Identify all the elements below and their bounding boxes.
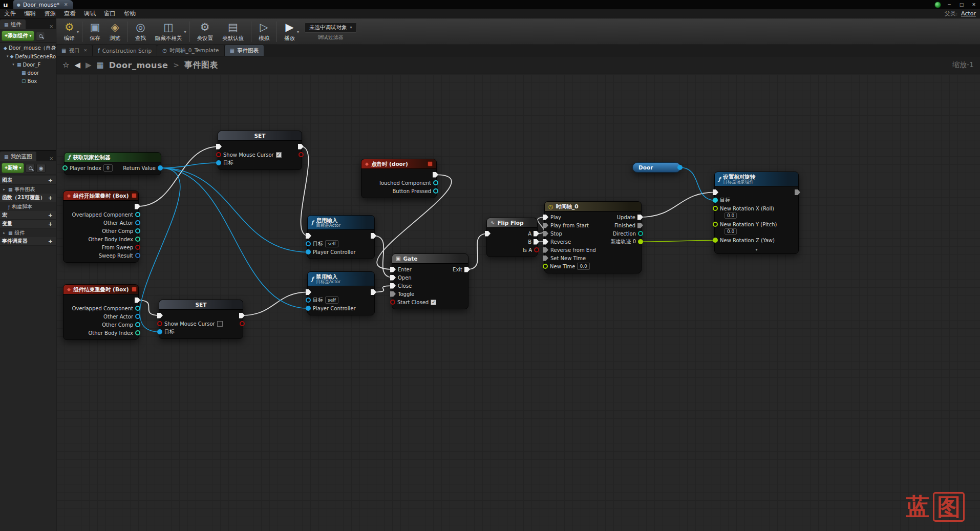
save-button[interactable]: ▣保存 xyxy=(85,19,105,44)
obj-pin[interactable] xyxy=(677,165,683,170)
tree-item-door-f[interactable]: ▾▦Door_F xyxy=(0,60,56,69)
node-end_overlap[interactable]: ◆组件结束重叠时 (Box)Overlapped ComponentOther … xyxy=(63,284,139,340)
components-panel-close-icon[interactable]: ✕ xyxy=(47,24,56,29)
int-pin[interactable] xyxy=(62,165,68,171)
obj-pin[interactable] xyxy=(306,241,311,246)
menu-window[interactable]: 窗口 xyxy=(100,10,120,17)
add-icon[interactable]: + xyxy=(48,238,54,245)
comp-pin[interactable] xyxy=(433,188,438,194)
favorite-star-icon[interactable]: ☆ xyxy=(62,60,69,70)
obj-pin[interactable] xyxy=(135,220,140,225)
hide-unrelated-button[interactable]: ◫隐藏不相关▾ xyxy=(151,19,187,44)
node-onclick[interactable]: ◆点击时 (door)Touched ComponentButton Press… xyxy=(361,159,437,198)
tree-item-box[interactable]: ▢Box xyxy=(0,77,56,85)
browse-button[interactable]: ◈浏览 xyxy=(105,19,125,44)
exec-pin[interactable] xyxy=(485,231,491,237)
obj-pin[interactable] xyxy=(158,165,163,171)
exec-pin[interactable] xyxy=(390,291,396,297)
float-pin[interactable] xyxy=(713,206,718,211)
my-blueprint-tab[interactable]: ▦ 我的蓝图 xyxy=(0,152,36,161)
pin-value-field[interactable]: 0 xyxy=(103,164,113,172)
tab-viewport[interactable]: ▦视口✕ xyxy=(56,45,93,56)
bool-pin[interactable] xyxy=(216,152,221,157)
status-icon[interactable] xyxy=(934,2,941,8)
my-blueprint-close-icon[interactable]: ✕ xyxy=(47,156,56,161)
breadcrumb-root[interactable]: Door_mouse xyxy=(109,60,168,70)
checkbox[interactable]: ✓ xyxy=(431,300,436,305)
menu-help[interactable]: 帮助 xyxy=(120,10,140,17)
node-set_rel_rot[interactable]: ƒ设置相对旋转目标是场景组件目标New Rotation X (Roll)0.0… xyxy=(714,172,799,254)
tree-item-door[interactable]: ▦door xyxy=(0,69,56,77)
my-blueprint-search-button[interactable] xyxy=(26,164,35,173)
parent-class-value[interactable]: Actor xyxy=(961,10,976,17)
add-icon[interactable]: + xyxy=(48,177,54,184)
caret-down-icon[interactable]: ▾ xyxy=(297,30,299,34)
exec-pin[interactable] xyxy=(157,313,163,318)
node-disable_input[interactable]: ƒ禁用输入目标是Actor目标selfPlayer Controller xyxy=(307,271,375,315)
node-set2[interactable]: SETShow Mouse Cursor目标 xyxy=(159,300,243,339)
exec-pin[interactable] xyxy=(216,144,222,150)
exec-pin[interactable] xyxy=(390,275,396,281)
pin-value-field[interactable]: 0.0 xyxy=(577,263,589,270)
obj-pin[interactable] xyxy=(306,249,311,254)
debug-object-dropdown[interactable]: 未选中调试对象 ▾ xyxy=(305,23,357,33)
menu-asset[interactable]: 资源 xyxy=(40,10,60,17)
tab-event-graph[interactable]: ▦事件图表 xyxy=(225,45,264,56)
exec-pin[interactable] xyxy=(390,283,396,289)
tab-close-icon[interactable]: ✕ xyxy=(83,48,87,53)
bp-macros[interactable]: 宏+ xyxy=(0,211,56,220)
forward-icon[interactable]: ▶ xyxy=(86,60,92,70)
node-gate[interactable]: ▣GateEnterExitOpenCloseToggleStart Close… xyxy=(392,253,468,309)
class-defaults-button[interactable]: ▤类默认值 xyxy=(218,19,248,44)
pin-value-field[interactable]: 0.0 xyxy=(725,213,737,219)
node-door_var[interactable]: Door xyxy=(632,162,681,173)
menu-view[interactable]: 查看 xyxy=(60,10,80,17)
pin-value-tag[interactable]: self xyxy=(325,240,338,247)
compile-button[interactable]: ⚙编译▾ xyxy=(59,19,79,44)
float-pin[interactable] xyxy=(543,264,548,269)
node-enable_input[interactable]: ƒ启用输入目标是Actor目标selfPlayer Controller xyxy=(307,215,375,259)
comp-pin[interactable] xyxy=(135,306,140,311)
comp-pin[interactable] xyxy=(433,180,438,185)
node-begin_overlap[interactable]: ◆组件开始重叠时 (Box)Overlapped ComponentOther … xyxy=(63,190,139,263)
obj-pin[interactable] xyxy=(216,160,221,165)
obj-pin[interactable] xyxy=(306,306,311,311)
simulate-button[interactable]: ▷模拟 xyxy=(254,19,274,44)
close-button[interactable]: ✕ xyxy=(970,2,978,7)
bp-event-dispatchers[interactable]: 事件调度器+ xyxy=(0,237,56,246)
bp-construction-script[interactable]: ƒ构建脚本 xyxy=(0,202,56,211)
float-pin[interactable] xyxy=(713,238,718,243)
node-get_pc[interactable]: ƒ获取玩家控制器Player Index0Return Value xyxy=(64,152,161,175)
play-button[interactable]: ▶播放▾ xyxy=(280,19,300,44)
obj-pin[interactable] xyxy=(135,314,140,319)
back-icon[interactable]: ◀ xyxy=(74,60,80,70)
add-icon[interactable]: + xyxy=(48,221,54,227)
new-item-button[interactable]: +新增 ▾ xyxy=(2,163,24,173)
node-timeline[interactable]: ◷时间轴_0PlayUpdatePlay from StartFinishedS… xyxy=(544,201,642,273)
visibility-filter-button[interactable]: ◉ xyxy=(36,164,46,173)
bp-graphs[interactable]: 图表+ xyxy=(0,176,56,185)
exec-pin[interactable] xyxy=(543,247,548,253)
tree-item-door-mouse-self[interactable]: ◆Door_mouse（自身） xyxy=(0,44,56,52)
minimize-button[interactable]: ─ xyxy=(945,2,953,7)
byte-pin[interactable] xyxy=(638,231,643,236)
node-expander-icon[interactable]: ▾ xyxy=(715,247,798,253)
exec-pin[interactable] xyxy=(390,267,396,272)
tab-construction-script[interactable]: ƒConstruction Scrip xyxy=(93,45,157,56)
exec-pin[interactable] xyxy=(543,256,548,261)
restore-button[interactable]: □ xyxy=(957,2,966,7)
window-document-tab[interactable]: ● Door_mouse* ✕ xyxy=(13,0,73,9)
comp-pin[interactable] xyxy=(135,228,140,233)
menu-file[interactable]: 文件 xyxy=(0,10,20,17)
menu-edit[interactable]: 编辑 xyxy=(20,10,40,17)
bool-pin[interactable] xyxy=(135,245,140,250)
bool-pin[interactable] xyxy=(390,300,395,305)
bool-pin[interactable] xyxy=(157,321,162,326)
int-pin[interactable] xyxy=(135,330,140,335)
menu-debug[interactable]: 调试 xyxy=(80,10,100,17)
comp-pin[interactable] xyxy=(713,198,718,203)
pin-value-field[interactable]: 0.0 xyxy=(725,228,737,235)
comp-pin[interactable] xyxy=(135,212,140,217)
bool-pin[interactable] xyxy=(299,152,304,157)
components-panel-tab[interactable]: ▦ 组件 xyxy=(0,19,26,29)
